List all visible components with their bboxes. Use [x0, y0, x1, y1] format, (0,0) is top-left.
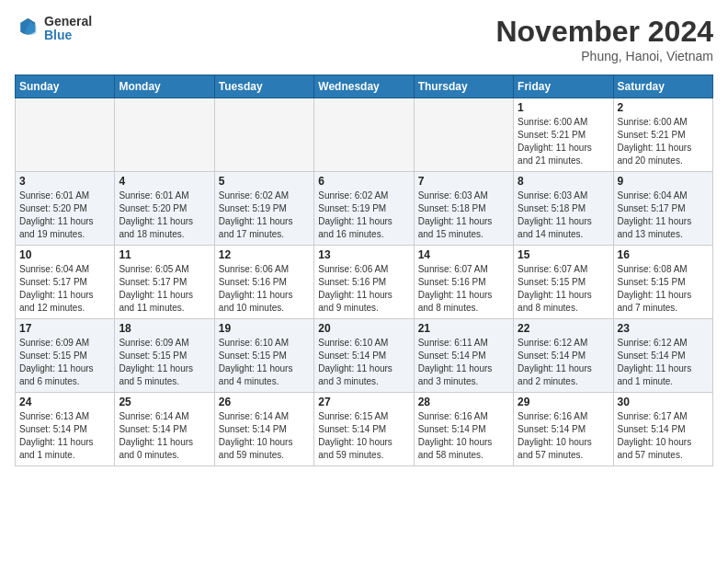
calendar-day-cell: 10Sunrise: 6:04 AM Sunset: 5:17 PM Dayli… — [16, 246, 115, 319]
calendar-day-cell: 13Sunrise: 6:06 AM Sunset: 5:16 PM Dayli… — [314, 246, 414, 319]
day-number: 22 — [518, 322, 609, 335]
day-detail: Sunrise: 6:04 AM Sunset: 5:17 PM Dayligh… — [618, 190, 709, 241]
day-detail: Sunrise: 6:10 AM Sunset: 5:15 PM Dayligh… — [219, 337, 310, 388]
day-number: 10 — [19, 248, 110, 261]
day-detail: Sunrise: 6:13 AM Sunset: 5:14 PM Dayligh… — [19, 410, 110, 462]
calendar-week-row: 3Sunrise: 6:01 AM Sunset: 5:20 PM Daylig… — [16, 172, 713, 246]
day-number: 28 — [418, 396, 509, 408]
day-number: 8 — [518, 175, 609, 188]
day-number: 17 — [19, 322, 110, 335]
day-number: 26 — [219, 396, 310, 408]
calendar-week-row: 24Sunrise: 6:13 AM Sunset: 5:14 PM Dayli… — [16, 393, 713, 466]
day-detail: Sunrise: 6:12 AM Sunset: 5:14 PM Dayligh… — [618, 337, 709, 388]
day-detail: Sunrise: 6:12 AM Sunset: 5:14 PM Dayligh… — [518, 337, 609, 388]
weekday-header: Friday — [514, 75, 613, 98]
page-header: General Blue November 2024 Phung, Hanoi,… — [15, 15, 713, 63]
day-number: 16 — [618, 248, 709, 261]
calendar-day-cell — [314, 98, 414, 172]
day-detail: Sunrise: 6:14 AM Sunset: 5:14 PM Dayligh… — [219, 410, 310, 462]
calendar-day-cell: 22Sunrise: 6:12 AM Sunset: 5:14 PM Dayli… — [514, 319, 613, 393]
day-detail: Sunrise: 6:16 AM Sunset: 5:14 PM Dayligh… — [418, 410, 509, 462]
day-number: 6 — [318, 175, 409, 188]
calendar-day-cell: 30Sunrise: 6:17 AM Sunset: 5:14 PM Dayli… — [613, 393, 712, 466]
month-title: November 2024 — [495, 15, 713, 49]
calendar-day-cell: 16Sunrise: 6:08 AM Sunset: 5:15 PM Dayli… — [613, 246, 712, 319]
calendar-week-row: 17Sunrise: 6:09 AM Sunset: 5:15 PM Dayli… — [16, 319, 713, 393]
calendar-day-cell: 21Sunrise: 6:11 AM Sunset: 5:14 PM Dayli… — [414, 319, 513, 393]
calendar-day-cell: 26Sunrise: 6:14 AM Sunset: 5:14 PM Dayli… — [214, 393, 313, 466]
calendar-day-cell: 11Sunrise: 6:05 AM Sunset: 5:17 PM Dayli… — [115, 246, 214, 319]
day-detail: Sunrise: 6:02 AM Sunset: 5:19 PM Dayligh… — [219, 190, 310, 241]
day-number: 29 — [518, 396, 609, 408]
calendar-day-cell: 1Sunrise: 6:00 AM Sunset: 5:21 PM Daylig… — [514, 98, 613, 172]
day-number: 27 — [318, 396, 409, 408]
calendar-day-cell: 29Sunrise: 6:16 AM Sunset: 5:14 PM Dayli… — [514, 393, 613, 466]
day-detail: Sunrise: 6:15 AM Sunset: 5:14 PM Dayligh… — [318, 410, 409, 462]
day-number: 2 — [618, 101, 709, 114]
calendar-day-cell: 20Sunrise: 6:10 AM Sunset: 5:14 PM Dayli… — [314, 319, 414, 393]
calendar-day-cell: 5Sunrise: 6:02 AM Sunset: 5:19 PM Daylig… — [214, 172, 313, 246]
logo-general-text: General — [44, 15, 92, 29]
day-number: 18 — [119, 322, 210, 335]
day-detail: Sunrise: 6:02 AM Sunset: 5:19 PM Dayligh… — [318, 190, 409, 241]
weekday-header: Monday — [115, 75, 214, 98]
logo: General Blue — [15, 15, 92, 43]
calendar-day-cell: 4Sunrise: 6:01 AM Sunset: 5:20 PM Daylig… — [115, 172, 214, 246]
calendar-day-cell: 7Sunrise: 6:03 AM Sunset: 5:18 PM Daylig… — [414, 172, 513, 246]
weekday-header: Tuesday — [214, 75, 313, 98]
day-number: 14 — [418, 248, 509, 261]
day-number: 3 — [19, 175, 110, 188]
day-number: 19 — [219, 322, 310, 335]
day-detail: Sunrise: 6:09 AM Sunset: 5:15 PM Dayligh… — [19, 337, 110, 388]
calendar-day-cell — [414, 98, 513, 172]
day-detail: Sunrise: 6:00 AM Sunset: 5:21 PM Dayligh… — [618, 116, 709, 167]
weekday-header: Sunday — [16, 75, 115, 98]
calendar-day-cell: 2Sunrise: 6:00 AM Sunset: 5:21 PM Daylig… — [613, 98, 712, 172]
logo-text: General Blue — [44, 15, 92, 43]
day-detail: Sunrise: 6:05 AM Sunset: 5:17 PM Dayligh… — [119, 263, 210, 315]
day-detail: Sunrise: 6:17 AM Sunset: 5:14 PM Dayligh… — [618, 410, 709, 462]
day-number: 25 — [119, 396, 210, 408]
day-detail: Sunrise: 6:07 AM Sunset: 5:15 PM Dayligh… — [518, 263, 609, 315]
day-detail: Sunrise: 6:04 AM Sunset: 5:17 PM Dayligh… — [19, 263, 110, 315]
calendar-day-cell: 15Sunrise: 6:07 AM Sunset: 5:15 PM Dayli… — [514, 246, 613, 319]
day-number: 12 — [219, 248, 310, 261]
day-detail: Sunrise: 6:01 AM Sunset: 5:20 PM Dayligh… — [119, 190, 210, 241]
day-detail: Sunrise: 6:08 AM Sunset: 5:15 PM Dayligh… — [618, 263, 709, 315]
day-number: 21 — [418, 322, 509, 335]
logo-icon — [15, 16, 40, 41]
weekday-header: Wednesday — [314, 75, 414, 98]
day-number: 9 — [618, 175, 709, 188]
day-detail: Sunrise: 6:10 AM Sunset: 5:14 PM Dayligh… — [318, 337, 409, 388]
day-detail: Sunrise: 6:14 AM Sunset: 5:14 PM Dayligh… — [119, 410, 210, 462]
day-number: 13 — [318, 248, 409, 261]
day-detail: Sunrise: 6:03 AM Sunset: 5:18 PM Dayligh… — [418, 190, 509, 241]
calendar-day-cell: 17Sunrise: 6:09 AM Sunset: 5:15 PM Dayli… — [16, 319, 115, 393]
location: Phung, Hanoi, Vietnam — [495, 49, 713, 63]
calendar-day-cell: 23Sunrise: 6:12 AM Sunset: 5:14 PM Dayli… — [613, 319, 712, 393]
calendar-day-cell: 28Sunrise: 6:16 AM Sunset: 5:14 PM Dayli… — [414, 393, 513, 466]
calendar-table: SundayMondayTuesdayWednesdayThursdayFrid… — [15, 75, 713, 466]
calendar-day-cell — [115, 98, 214, 172]
calendar-day-cell: 18Sunrise: 6:09 AM Sunset: 5:15 PM Dayli… — [115, 319, 214, 393]
logo-blue-text: Blue — [44, 29, 92, 42]
day-number: 7 — [418, 175, 509, 188]
day-number: 24 — [19, 396, 110, 408]
calendar-week-row: 1Sunrise: 6:00 AM Sunset: 5:21 PM Daylig… — [16, 98, 713, 172]
day-detail: Sunrise: 6:00 AM Sunset: 5:21 PM Dayligh… — [518, 116, 609, 167]
day-number: 4 — [119, 175, 210, 188]
calendar-day-cell: 14Sunrise: 6:07 AM Sunset: 5:16 PM Dayli… — [414, 246, 513, 319]
calendar-header-row: SundayMondayTuesdayWednesdayThursdayFrid… — [16, 75, 713, 98]
calendar-day-cell: 25Sunrise: 6:14 AM Sunset: 5:14 PM Dayli… — [115, 393, 214, 466]
day-detail: Sunrise: 6:03 AM Sunset: 5:18 PM Dayligh… — [518, 190, 609, 241]
day-number: 1 — [518, 101, 609, 114]
day-number: 5 — [219, 175, 310, 188]
day-number: 23 — [618, 322, 709, 335]
day-detail: Sunrise: 6:09 AM Sunset: 5:15 PM Dayligh… — [119, 337, 210, 388]
calendar-day-cell: 12Sunrise: 6:06 AM Sunset: 5:16 PM Dayli… — [214, 246, 313, 319]
calendar-day-cell: 8Sunrise: 6:03 AM Sunset: 5:18 PM Daylig… — [514, 172, 613, 246]
day-number: 20 — [318, 322, 409, 335]
day-detail: Sunrise: 6:16 AM Sunset: 5:14 PM Dayligh… — [518, 410, 609, 462]
calendar-day-cell: 6Sunrise: 6:02 AM Sunset: 5:19 PM Daylig… — [314, 172, 414, 246]
day-detail: Sunrise: 6:01 AM Sunset: 5:20 PM Dayligh… — [19, 190, 110, 241]
